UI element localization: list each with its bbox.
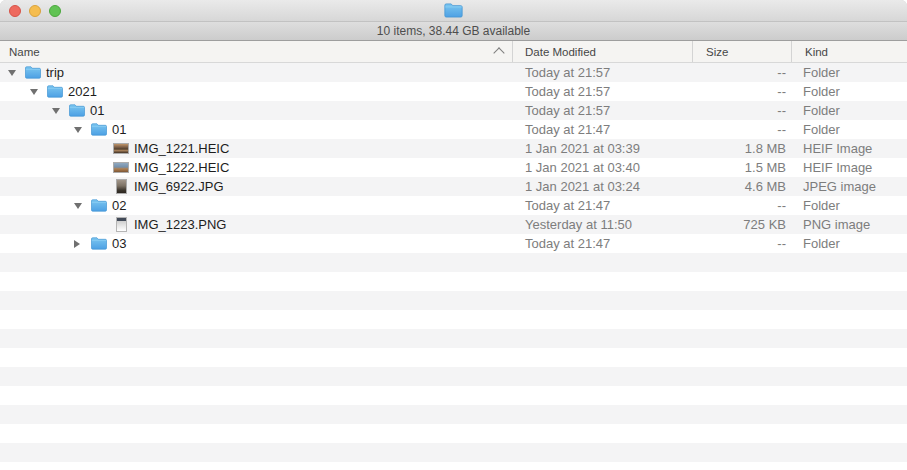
sort-ascending-icon bbox=[493, 47, 504, 58]
file-kind: Folder bbox=[792, 101, 907, 120]
column-header-kind[interactable]: Kind bbox=[792, 41, 907, 62]
disclosure-triangle-icon[interactable] bbox=[52, 108, 69, 114]
status-bar: 10 items, 38.44 GB available bbox=[0, 22, 907, 41]
image-thumbnail-icon bbox=[113, 215, 129, 234]
disclosure-triangle-icon[interactable] bbox=[74, 240, 91, 248]
row-01-day[interactable]: 01 Today at 21:47 -- Folder bbox=[0, 120, 907, 139]
image-thumbnail-icon bbox=[113, 177, 129, 196]
disclosure-triangle-icon[interactable] bbox=[74, 203, 91, 209]
date-modified: Today at 21:47 bbox=[513, 120, 693, 139]
date-modified: Today at 21:47 bbox=[513, 234, 693, 253]
file-name: 01 bbox=[112, 120, 126, 139]
file-size: -- bbox=[693, 234, 792, 253]
folder-icon bbox=[69, 101, 85, 120]
file-kind: Folder bbox=[792, 196, 907, 215]
file-kind: HEIF Image bbox=[792, 158, 907, 177]
file-name: IMG_1223.PNG bbox=[134, 215, 227, 234]
column-header-name[interactable]: Name bbox=[0, 41, 513, 62]
row-img-6922-jpg[interactable]: IMG_6922.JPG 1 Jan 2021 at 03:24 4.6 MB … bbox=[0, 177, 907, 196]
date-modified: Today at 21:57 bbox=[513, 101, 693, 120]
traffic-lights bbox=[9, 5, 61, 17]
file-size: 1.8 MB bbox=[693, 139, 792, 158]
file-name: trip bbox=[46, 63, 64, 82]
proxy-folder-icon[interactable] bbox=[444, 3, 463, 18]
row-03-day[interactable]: 03 Today at 21:47 -- Folder bbox=[0, 234, 907, 253]
file-name: IMG_1222.HEIC bbox=[134, 158, 229, 177]
folder-icon bbox=[25, 63, 41, 82]
close-button[interactable] bbox=[9, 5, 21, 17]
row-img-1222-heic[interactable]: IMG_1222.HEIC 1 Jan 2021 at 03:40 1.5 MB… bbox=[0, 158, 907, 177]
row-02-day[interactable]: 02 Today at 21:47 -- Folder bbox=[0, 196, 907, 215]
file-kind: HEIF Image bbox=[792, 139, 907, 158]
column-header-size[interactable]: Size bbox=[693, 41, 792, 62]
date-modified: Today at 21:57 bbox=[513, 82, 693, 101]
file-list: trip Today at 21:57 -- Folder 2021 Today… bbox=[0, 63, 907, 470]
folder-icon bbox=[91, 196, 107, 215]
disclosure-triangle-icon[interactable] bbox=[74, 127, 91, 133]
date-modified: 1 Jan 2021 at 03:24 bbox=[513, 177, 693, 196]
file-kind: Folder bbox=[792, 120, 907, 139]
file-name: 02 bbox=[112, 196, 126, 215]
folder-icon bbox=[91, 234, 107, 253]
file-name: 01 bbox=[90, 101, 104, 120]
row-img-1223-png[interactable]: IMG_1223.PNG Yesterday at 11:50 725 KB P… bbox=[0, 215, 907, 234]
disclosure-triangle-icon[interactable] bbox=[8, 70, 25, 76]
file-size: -- bbox=[693, 63, 792, 82]
image-thumbnail-icon bbox=[113, 139, 129, 158]
file-size: -- bbox=[693, 120, 792, 139]
row-2021[interactable]: 2021 Today at 21:57 -- Folder bbox=[0, 82, 907, 101]
row-trip[interactable]: trip Today at 21:57 -- Folder bbox=[0, 63, 907, 82]
file-name: 03 bbox=[112, 234, 126, 253]
file-kind: JPEG image bbox=[792, 177, 907, 196]
image-thumbnail-icon bbox=[113, 158, 129, 177]
date-modified: Yesterday at 11:50 bbox=[513, 215, 693, 234]
column-header-date-modified[interactable]: Date Modified bbox=[513, 41, 693, 62]
file-kind: Folder bbox=[792, 63, 907, 82]
date-modified: Today at 21:47 bbox=[513, 196, 693, 215]
row-01-month[interactable]: 01 Today at 21:57 -- Folder bbox=[0, 101, 907, 120]
minimize-button[interactable] bbox=[29, 5, 41, 17]
file-kind: Folder bbox=[792, 234, 907, 253]
file-kind: PNG image bbox=[792, 215, 907, 234]
finder-window: 10 items, 38.44 GB available Name Date M… bbox=[0, 0, 907, 470]
date-modified: 1 Jan 2021 at 03:40 bbox=[513, 158, 693, 177]
row-img-1221-heic[interactable]: IMG_1221.HEIC 1 Jan 2021 at 03:39 1.8 MB… bbox=[0, 139, 907, 158]
folder-icon bbox=[91, 120, 107, 139]
disclosure-triangle-icon[interactable] bbox=[30, 89, 47, 95]
file-size: -- bbox=[693, 82, 792, 101]
zoom-button[interactable] bbox=[49, 5, 61, 17]
file-name: IMG_6922.JPG bbox=[134, 177, 224, 196]
date-modified: Today at 21:57 bbox=[513, 63, 693, 82]
date-modified: 1 Jan 2021 at 03:39 bbox=[513, 139, 693, 158]
file-size: 725 KB bbox=[693, 215, 792, 234]
file-name: 2021 bbox=[68, 82, 97, 101]
column-header-row: Name Date Modified Size Kind bbox=[0, 41, 907, 63]
status-text: 10 items, 38.44 GB available bbox=[377, 24, 530, 38]
file-size: -- bbox=[693, 101, 792, 120]
folder-icon bbox=[47, 82, 63, 101]
file-size: 1.5 MB bbox=[693, 158, 792, 177]
file-size: -- bbox=[693, 196, 792, 215]
file-kind: Folder bbox=[792, 82, 907, 101]
file-size: 4.6 MB bbox=[693, 177, 792, 196]
file-name: IMG_1221.HEIC bbox=[134, 139, 229, 158]
title-bar[interactable] bbox=[0, 0, 907, 22]
